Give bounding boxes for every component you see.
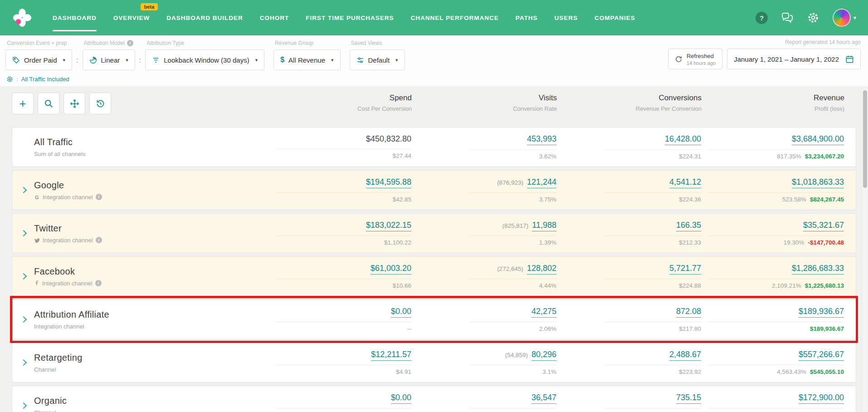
spend-value[interactable]: $183,022.15 [366,221,411,231]
spend-value[interactable]: $450,832.80 [366,134,411,145]
column-header-visits[interactable]: Visits Conversion Rate [513,93,557,112]
visits-value[interactable]: 80,296 [532,350,556,361]
attribution-type-label: Attribution Type [146,40,264,46]
visits-value[interactable]: 11,988 [532,221,556,231]
nav-item[interactable]: USERS [555,0,578,35]
refresh-button[interactable]: Refreshed 14 hours ago [668,49,722,69]
spend-value[interactable]: $0.00 [391,393,411,404]
table-row[interactable]: Facebook Integration channel i $61,003.2… [12,256,856,296]
spend-value[interactable]: $12,211.57 [371,350,411,361]
nav-item[interactable]: COHORT [260,0,289,35]
spend-cell: $183,022.15 $1,100.22 [275,221,411,246]
saved-views-label: Saved Views [351,40,405,46]
history-button[interactable] [89,93,111,114]
column-header-spend[interactable]: Spend Cost Per Conversion [357,93,412,112]
table-row[interactable]: Google G Integration channel i $194,595.… [12,170,856,210]
column-header-revenue[interactable]: Revenue Profit (loss) [814,93,844,112]
nav-right: ? ▾ [756,9,856,27]
expand-chevron-icon[interactable] [20,273,27,280]
spend-value[interactable]: $0.00 [391,307,411,318]
revenue-per-conversion-value: $224.88 [605,282,701,289]
help-icon[interactable]: ? [756,12,768,24]
visits-value[interactable]: 36,547 [532,393,556,404]
revenue-value[interactable]: $172,900.00 [799,393,844,404]
info-icon[interactable]: i [95,280,102,286]
app-logo-icon[interactable] [12,7,33,28]
conversions-value[interactable]: 2,488.67 [669,350,701,361]
saved-views-value: Default [368,56,390,64]
revenue-value[interactable]: $1,018,863.33 [792,177,844,188]
conversions-value[interactable]: 4,541.12 [669,177,701,188]
chat-icon[interactable] [781,12,794,23]
spend-value[interactable]: $194,595.88 [366,177,411,188]
attribution-type-dropdown[interactable]: Lookback Window (30 days) ▾ [145,49,264,70]
nav-item-label: COHORT [260,15,289,21]
spend-value[interactable]: $61,003.20 [371,264,411,275]
nav-item[interactable]: FIRST TIME PURCHASERS [306,0,394,35]
info-icon[interactable]: i [127,40,133,46]
scrollbar-thumb[interactable] [863,90,867,188]
revenue-value[interactable]: $189,936.67 [799,307,844,318]
expand-chevron-icon[interactable] [20,230,27,236]
visits-value[interactable]: 121,244 [527,177,556,188]
nav-item[interactable]: DASHBOARD BUILDER [166,0,243,35]
conversions-value[interactable]: 166.35 [676,221,701,231]
expand-chevron-icon[interactable] [20,402,27,409]
attribution-model-dropdown[interactable]: Linear ▾ [83,49,135,70]
conversion-event-dropdown[interactable]: Order Paid ▾ [5,49,72,70]
visits-value[interactable]: 128,802 [527,264,556,275]
conversions-value[interactable]: 16,428.00 [665,134,701,145]
visits-value[interactable]: 453,993 [527,134,556,145]
info-icon[interactable]: i [96,194,102,200]
profit-percent: 2,109.21% [772,282,801,289]
nav-item[interactable]: OVERVIEW beta [113,0,150,35]
nav-item[interactable]: CHANNEL PERFORMANCE [411,0,499,35]
date-range-picker[interactable]: January 1, 2021 – January 1, 2022 [727,49,861,69]
add-button[interactable]: + [12,93,34,114]
expand-chevron-icon[interactable] [20,359,27,366]
table-row[interactable]: Retargeting Channel $12,211.57 $4.91 (54… [12,343,856,383]
visits-value[interactable]: 42,275 [532,307,556,318]
conversions-value[interactable]: 5,721.77 [669,264,701,275]
revenue-value[interactable]: $1,286,683.33 [792,264,844,275]
profit-amount: $3,234,067.20 [805,153,844,160]
nav-item[interactable]: DASHBOARD [53,0,97,35]
conversions-value[interactable]: 872.08 [676,307,701,318]
user-menu[interactable]: ▾ [833,9,856,27]
attribution-table: + Spend Cost Per Conversion Visit [0,86,868,412]
table-row[interactable]: All Traffic Sum of all channels $450,832… [12,127,856,167]
info-icon[interactable]: i [96,237,102,243]
column-title: Revenue [814,93,844,103]
conversion-event-group: Conversion Event + prop Order Paid ▾ [5,39,72,70]
nav-item[interactable]: PATHS [516,0,538,35]
avatar[interactable] [833,9,851,27]
report-generated-label: Report generated 14 hours ago [785,39,861,45]
revenue-value[interactable]: $35,321.67 [803,221,844,231]
settings-gear-icon[interactable] [807,12,819,24]
move-button[interactable] [63,93,85,114]
table-row[interactable]: Organic Channel $0.00 -- 36,547 2.01% 73… [12,386,856,412]
table-row[interactable]: Attribution Affiliate Integration channe… [12,299,856,339]
search-button[interactable] [38,93,59,114]
profit-amount: $545,055.10 [810,368,844,375]
conversions-value[interactable]: 735.15 [676,393,701,404]
column-header-conversions[interactable]: Conversions Revenue Per Conversion [636,93,702,112]
conversions-cell: 4,541.12 $224.36 [605,177,701,203]
filters-right: Refreshed 14 hours ago Report generated … [668,39,861,69]
expand-chevron-icon[interactable] [20,316,27,323]
revenue-cell: $189,936.67 $189,936.67 [708,307,844,332]
saved-views-group: Saved Views Default ▾ [350,39,405,70]
traffic-filter-note[interactable]: : All Traffic Included [6,76,69,83]
attribution-model-value: Linear [101,56,120,64]
expand-chevron-icon[interactable] [20,187,27,193]
table-row[interactable]: Twitter Integration channel i $183,022.1… [12,213,856,253]
saved-views-dropdown[interactable]: Default ▾ [350,49,405,70]
nav-item[interactable]: COMPANIES [595,0,635,35]
conversion-rate-value: 4.44% [469,282,556,289]
vertical-scrollbar[interactable] [863,88,868,412]
profit-amount: $1,225,680.13 [805,282,844,289]
revenue-group-dropdown[interactable]: $ All Revenue ▾ [273,49,340,70]
revenue-value[interactable]: $557,266.67 [799,350,844,361]
revenue-value[interactable]: $3,684,900.00 [792,134,844,145]
beta-badge: beta [141,3,158,10]
